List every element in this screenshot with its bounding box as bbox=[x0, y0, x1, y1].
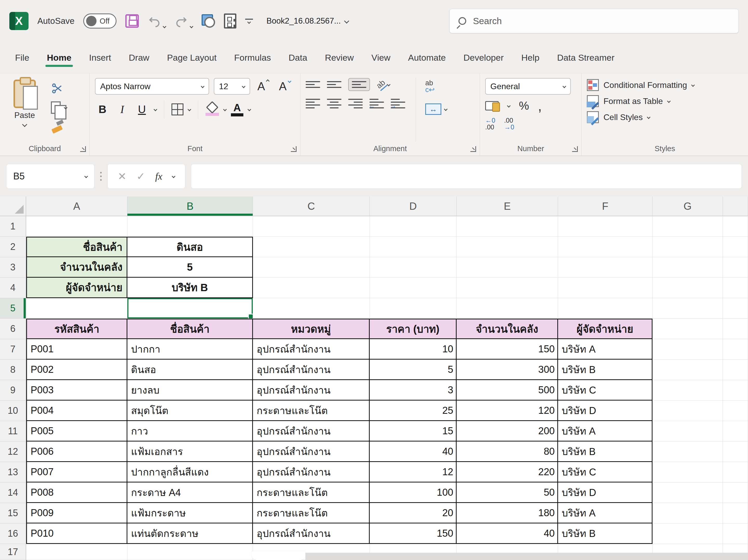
cell-F3[interactable] bbox=[558, 257, 653, 278]
underline-chevron-icon[interactable] bbox=[154, 107, 157, 111]
cell-E2[interactable] bbox=[457, 237, 558, 257]
row-header-5[interactable]: 5 bbox=[0, 298, 26, 319]
decrease-decimal-button[interactable]: .00→0 bbox=[504, 117, 514, 130]
cell-F5[interactable] bbox=[558, 298, 653, 319]
borders-button[interactable] bbox=[171, 103, 183, 115]
cell-filler-14[interactable] bbox=[723, 483, 748, 503]
cell-G16[interactable] bbox=[653, 524, 723, 544]
cell-C6[interactable]: หมวดหมู่ bbox=[253, 319, 370, 339]
cell-filler-16[interactable] bbox=[723, 524, 748, 544]
font-size-select[interactable]: 12 bbox=[214, 78, 250, 95]
cell-E12[interactable]: 80 bbox=[457, 441, 558, 462]
cell-E6[interactable]: จำนวนในคลัง bbox=[457, 319, 558, 339]
insert-function-icon[interactable]: fx bbox=[155, 171, 162, 182]
cell-F11[interactable]: บริษัท A bbox=[558, 421, 653, 441]
cell-A3[interactable]: จำนวนในคลัง bbox=[26, 257, 127, 278]
col-header-E[interactable]: E bbox=[457, 196, 558, 216]
cell-C5[interactable] bbox=[253, 298, 370, 319]
cell-D16[interactable]: 150 bbox=[370, 524, 457, 544]
cell-C10[interactable]: กระดาษและโน๊ต bbox=[253, 400, 370, 421]
cell-E15[interactable]: 180 bbox=[457, 503, 558, 524]
cell-D8[interactable]: 5 bbox=[370, 360, 457, 380]
cell-filler-11[interactable] bbox=[723, 421, 748, 441]
font-color-chevron-icon[interactable] bbox=[248, 107, 251, 111]
align-left-button[interactable] bbox=[306, 99, 320, 108]
cut-button[interactable] bbox=[51, 82, 67, 95]
cell-B1[interactable] bbox=[127, 216, 253, 237]
cell-B7[interactable]: ปากกา bbox=[127, 339, 253, 360]
decrease-font-size-button[interactable]: A bbox=[276, 80, 293, 93]
borders-chevron-icon[interactable] bbox=[188, 107, 191, 111]
cell-B17[interactable] bbox=[127, 544, 253, 560]
cell-A13[interactable]: P007 bbox=[26, 462, 127, 483]
cell-F2[interactable] bbox=[558, 237, 653, 257]
cell-D11[interactable]: 15 bbox=[370, 421, 457, 441]
row-header-4[interactable]: 4 bbox=[0, 278, 26, 298]
cell-E11[interactable]: 200 bbox=[457, 421, 558, 441]
cell-E13[interactable]: 220 bbox=[457, 462, 558, 483]
redo-chevron-icon[interactable] bbox=[190, 25, 193, 28]
cell-F7[interactable]: บริษัท A bbox=[558, 339, 653, 360]
search-input[interactable]: Search bbox=[449, 9, 739, 33]
cell-E4[interactable] bbox=[457, 278, 558, 298]
row-header-10[interactable]: 10 bbox=[0, 400, 26, 421]
increase-indent-button[interactable]: → bbox=[391, 99, 405, 108]
cell-G2[interactable] bbox=[653, 237, 723, 257]
cell-G3[interactable] bbox=[653, 257, 723, 278]
cell-C16[interactable]: อุปกรณ์สำนักงาน bbox=[253, 524, 370, 544]
tab-help[interactable]: Help bbox=[513, 48, 547, 67]
cell-D15[interactable]: 20 bbox=[370, 503, 457, 524]
font-dialog-launcher[interactable] bbox=[291, 146, 297, 152]
cell-F4[interactable] bbox=[558, 278, 653, 298]
comma-style-button[interactable]: , bbox=[538, 102, 542, 109]
cell-B13[interactable]: ปากกาลูกลื่นสีแดง bbox=[127, 462, 253, 483]
tab-formulas[interactable]: Formulas bbox=[227, 48, 279, 67]
cancel-icon[interactable]: ✕ bbox=[118, 170, 126, 182]
row-header-1[interactable]: 1 bbox=[0, 216, 26, 237]
cell-F1[interactable] bbox=[558, 216, 653, 237]
tab-review[interactable]: Review bbox=[317, 48, 361, 67]
increase-decimal-button[interactable]: ←0.00 bbox=[485, 117, 495, 130]
percent-style-button[interactable]: % bbox=[519, 99, 529, 112]
align-right-button[interactable] bbox=[348, 99, 363, 108]
merge-center-button[interactable]: ↔ bbox=[425, 103, 447, 115]
paste-button[interactable]: Paste bbox=[5, 78, 44, 142]
tab-page-layout[interactable]: Page Layout bbox=[159, 48, 225, 67]
cell-D7[interactable]: 10 bbox=[370, 339, 457, 360]
tab-developer[interactable]: Developer bbox=[455, 48, 511, 67]
number-format-select[interactable]: General bbox=[485, 78, 571, 95]
cell-F8[interactable]: บริษัท B bbox=[558, 360, 653, 380]
cell-D2[interactable] bbox=[370, 237, 457, 257]
cell-G12[interactable] bbox=[653, 441, 723, 462]
cell-F14[interactable]: บริษัท D bbox=[558, 483, 653, 503]
cell-A12[interactable]: P006 bbox=[26, 441, 127, 462]
col-header-B[interactable]: B bbox=[127, 196, 253, 216]
cell-F10[interactable]: บริษัท D bbox=[558, 400, 653, 421]
cell-A4[interactable]: ผู้จัดจำหน่าย bbox=[26, 278, 127, 298]
cell-B3[interactable]: 5 bbox=[127, 257, 253, 278]
cell-E8[interactable]: 300 bbox=[457, 360, 558, 380]
cell-G5[interactable] bbox=[653, 298, 723, 319]
row-header-3[interactable]: 3 bbox=[0, 257, 26, 278]
cell-B4[interactable]: บริษัท B bbox=[127, 278, 253, 298]
cell-C13[interactable]: อุปกรณ์สำนักงาน bbox=[253, 462, 370, 483]
row-header-14[interactable]: 14 bbox=[0, 483, 26, 503]
cell-D3[interactable] bbox=[370, 257, 457, 278]
cell-filler-6[interactable] bbox=[723, 319, 748, 339]
cell-A14[interactable]: P008 bbox=[26, 483, 127, 503]
align-bottom-button[interactable] bbox=[348, 78, 370, 91]
cell-B14[interactable]: กระดาษ A4 bbox=[127, 483, 253, 503]
font-name-select[interactable]: Aptos Narrow bbox=[95, 78, 209, 95]
cell-E16[interactable]: 40 bbox=[457, 524, 558, 544]
cell-G11[interactable] bbox=[653, 421, 723, 441]
cell-F9[interactable]: บริษัท C bbox=[558, 380, 653, 400]
cell-filler-2[interactable] bbox=[723, 237, 748, 257]
cell-F15[interactable]: บริษัท A bbox=[558, 503, 653, 524]
cell-B10[interactable]: สมุดโน๊ต bbox=[127, 400, 253, 421]
cell-G14[interactable] bbox=[653, 483, 723, 503]
cell-filler-8[interactable] bbox=[723, 360, 748, 380]
col-header-F[interactable]: F bbox=[558, 196, 653, 216]
format-painter-button[interactable] bbox=[51, 120, 67, 133]
cell-C3[interactable] bbox=[253, 257, 370, 278]
cell-B16[interactable]: แท่นตัดกระดาษ bbox=[127, 524, 253, 544]
